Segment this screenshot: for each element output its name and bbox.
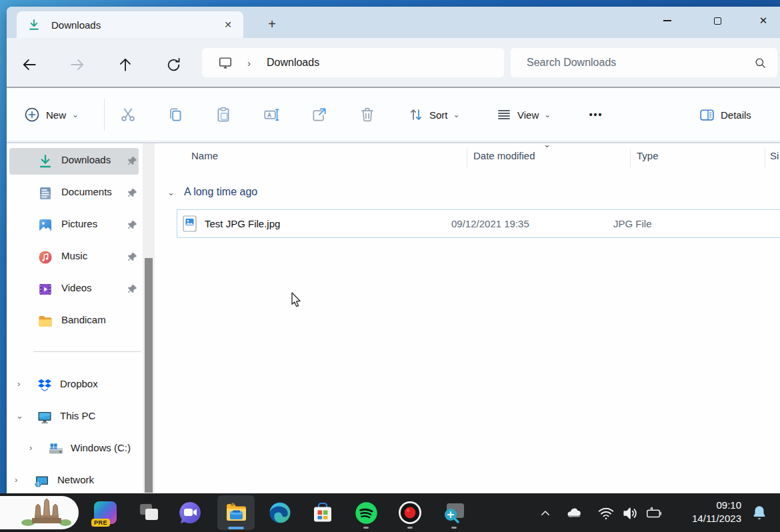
sidebar-scrollbar-thumb[interactable] (145, 258, 153, 493)
paste-button[interactable] (209, 100, 238, 129)
view-icon (496, 107, 512, 123)
notification-bell-icon[interactable] (751, 504, 768, 521)
tab-title: Downloads (51, 19, 219, 31)
sidebar-scrollbar-track[interactable] (143, 143, 155, 493)
search-box[interactable] (511, 48, 777, 77)
pin-icon[interactable] (127, 155, 138, 167)
sidebar-item-label: Pictures (61, 218, 97, 229)
drive-icon (48, 441, 64, 457)
close-button[interactable]: ✕ (748, 9, 779, 32)
expand-chevron-icon[interactable]: › (15, 475, 17, 485)
file-date-modified: 09/12/2021 19:35 (451, 218, 613, 229)
onedrive-tray-button[interactable] (565, 505, 583, 522)
sidebar-item-bandicam[interactable]: Bandicam (7, 307, 147, 336)
column-header-date-modified[interactable]: Date modified (473, 150, 535, 161)
search-icon (754, 57, 767, 69)
pin-icon[interactable] (127, 187, 138, 199)
up-button[interactable] (116, 55, 135, 74)
sidebar-item-label: Downloads (61, 154, 111, 165)
sidebar-item-this-pc[interactable]: ⌄ This PC (7, 403, 147, 432)
chat-icon (178, 501, 202, 525)
onedrive-cloud-icon (565, 504, 583, 523)
breadcrumb-location[interactable]: Downloads (267, 57, 319, 69)
taskbar-edge-button[interactable] (265, 498, 295, 527)
rename-button[interactable] (257, 100, 286, 129)
collapse-chevron-icon[interactable]: ⌄ (16, 411, 23, 421)
back-button[interactable] (20, 55, 39, 74)
widgets-button[interactable] (0, 496, 79, 529)
taskbar-clock[interactable]: 09:10 14/11/2023 (675, 499, 741, 525)
tab-close-icon[interactable]: ✕ (219, 16, 237, 33)
pin-icon[interactable] (127, 251, 138, 263)
taskbar-task-view-button[interactable] (134, 498, 163, 527)
view-button[interactable]: View ⌄ (491, 100, 556, 129)
new-button[interactable]: New ⌄ (17, 100, 85, 129)
file-type: JPG File (613, 218, 652, 229)
navigation-bar: › Downloads (7, 38, 780, 87)
clock-time: 09:10 (675, 499, 741, 512)
new-tab-button[interactable]: + (262, 14, 282, 34)
sidebar-item-dropbox[interactable]: › Dropbox (7, 371, 147, 400)
expand-chevron-icon[interactable]: › (17, 379, 20, 389)
battery-tray-button[interactable] (645, 505, 663, 522)
pin-icon[interactable] (127, 283, 138, 295)
taskbar-magnifier-button[interactable] (439, 498, 469, 527)
share-button[interactable] (305, 100, 334, 129)
volume-tray-button[interactable] (621, 505, 639, 522)
column-divider[interactable] (467, 149, 467, 169)
minimize-button[interactable] (652, 9, 683, 32)
sidebar-item-downloads[interactable]: Downloads (7, 147, 147, 176)
tab-bar: Downloads ✕ + ✕ (7, 7, 780, 38)
desktop-icon (218, 55, 233, 70)
column-divider[interactable] (765, 149, 765, 169)
running-indicator (363, 527, 369, 529)
sidebar-divider (33, 351, 141, 352)
delete-icon (359, 106, 376, 123)
tab-downloads[interactable]: Downloads ✕ (17, 11, 243, 38)
group-header[interactable]: ⌄ A long time ago (155, 182, 257, 202)
taskbar-store-button[interactable] (308, 498, 337, 527)
tray-overflow-button[interactable] (537, 505, 554, 522)
copy-button[interactable] (161, 100, 190, 129)
sort-descending-icon: ⌄ (543, 143, 551, 149)
file-row[interactable]: Test JPG File.jpg 09/12/2021 19:35 JPG F… (177, 209, 780, 238)
sidebar-item-windows-c[interactable]: › Windows (C:) (7, 435, 147, 464)
more-options-button[interactable]: ••• (581, 100, 611, 129)
sidebar-item-videos[interactable]: Videos (7, 275, 147, 304)
breadcrumb[interactable]: › Downloads (202, 48, 504, 77)
group-collapse-icon[interactable]: ⌄ (167, 187, 175, 197)
sort-icon (408, 107, 424, 123)
delete-button[interactable] (353, 100, 382, 129)
sidebar-item-label: Dropbox (60, 378, 98, 389)
taskbar-spotify-button[interactable] (351, 498, 381, 527)
up-icon (117, 56, 134, 73)
sidebar-item-music[interactable]: Music (7, 243, 147, 272)
column-header-type[interactable]: Type (637, 150, 659, 161)
pin-icon[interactable] (127, 219, 138, 231)
maximize-button[interactable] (702, 9, 733, 32)
column-header-name[interactable]: Name (191, 150, 218, 161)
forward-button[interactable] (68, 55, 87, 74)
refresh-icon (165, 57, 182, 73)
sort-button[interactable]: Sort ⌄ (403, 100, 465, 129)
taskbar-chat-button[interactable] (175, 498, 205, 527)
column-divider[interactable] (630, 149, 631, 169)
taskbar-file-explorer-button[interactable] (217, 495, 255, 530)
taskbar-copilot-button[interactable]: PRE (91, 498, 120, 527)
sidebar-item-network[interactable]: › Network (7, 467, 147, 493)
search-input[interactable] (527, 57, 754, 69)
taskbar-record-button[interactable] (395, 498, 425, 527)
rename-icon (263, 106, 280, 123)
paste-icon (215, 106, 232, 123)
expand-chevron-icon[interactable]: › (29, 443, 32, 453)
cut-button[interactable] (113, 100, 143, 129)
wifi-tray-button[interactable] (597, 505, 615, 522)
taskbar: PRE (0, 493, 780, 532)
sidebar-item-documents[interactable]: Documents (7, 179, 147, 208)
chevron-down-icon: ⌄ (544, 110, 551, 119)
spotify-icon (354, 501, 379, 525)
sidebar-item-pictures[interactable]: Pictures (7, 211, 147, 240)
refresh-button[interactable] (164, 55, 183, 74)
details-button[interactable]: Details (693, 100, 757, 129)
column-header-size[interactable]: Si (770, 150, 779, 161)
